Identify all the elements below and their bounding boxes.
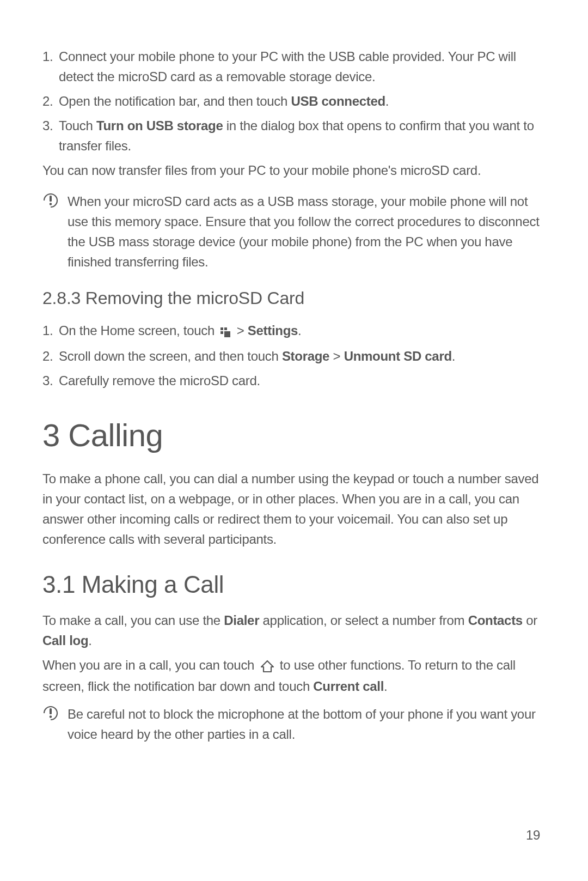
remove-step-2: 2. Scroll down the screen, and then touc…: [42, 346, 546, 366]
svg-rect-6: [50, 708, 52, 714]
apps-grid-icon: [220, 321, 231, 342]
section-heading-31: 3.1 Making a Call: [42, 571, 546, 598]
caution-icon: [42, 704, 68, 744]
step-number: 1.: [42, 320, 59, 342]
section-heading-283: 2.8.3 Removing the microSD Card: [42, 288, 546, 308]
step-2: 2. Open the notification bar, and then t…: [42, 91, 546, 111]
step-text: Connect your mobile phone to your PC wit…: [59, 46, 546, 87]
text: When you are in a call, you can touch: [42, 658, 258, 672]
home-icon: [260, 656, 274, 676]
step-text: Carefully remove the microSD card.: [59, 370, 546, 391]
step-number: 2.: [42, 91, 59, 111]
page-number: 19: [526, 828, 540, 843]
text: .: [298, 323, 301, 338]
bold-text: Contacts: [468, 613, 523, 628]
text: >: [233, 323, 247, 338]
step-number: 3.: [42, 370, 59, 391]
svg-rect-4: [220, 331, 223, 334]
text: .: [452, 349, 455, 363]
bold-text: Unmount SD card: [344, 349, 452, 363]
note-block: When your microSD card acts as a USB mas…: [42, 191, 546, 272]
step-1: 1. Connect your mobile phone to your PC …: [42, 46, 546, 87]
note-text: When your microSD card acts as a USB mas…: [68, 191, 546, 272]
note-text: Be careful not to block the microphone a…: [68, 704, 546, 744]
text: Touch: [59, 118, 96, 133]
text: Open the notification bar, and then touc…: [59, 94, 291, 108]
svg-point-7: [50, 716, 52, 718]
calling-intro-paragraph: To make a phone call, you can dial a num…: [42, 469, 546, 549]
text: On the Home screen, touch: [59, 323, 218, 338]
svg-rect-5: [224, 331, 230, 337]
chapter-heading-3: 3 Calling: [42, 417, 546, 453]
text: application, or select a number from: [259, 613, 468, 628]
step-text: On the Home screen, touch > Settings.: [59, 320, 546, 342]
remove-step-1: 1. On the Home screen, touch > Settings.: [42, 320, 546, 342]
svg-rect-0: [50, 196, 52, 202]
transfer-paragraph: You can now transfer files from your PC …: [42, 160, 546, 180]
bold-text: Dialer: [224, 613, 259, 628]
step-text: Touch Turn on USB storage in the dialog …: [59, 116, 546, 156]
svg-rect-2: [220, 327, 223, 330]
step-number: 1.: [42, 46, 59, 87]
making-call-para-2: When you are in a call, you can touch to…: [42, 655, 546, 696]
step-number: 3.: [42, 116, 59, 156]
svg-rect-3: [224, 327, 227, 330]
making-call-para-1: To make a call, you can use the Dialer a…: [42, 610, 546, 651]
text: .: [385, 94, 389, 108]
text: >: [329, 349, 344, 363]
svg-point-1: [50, 203, 52, 205]
bold-text: Current call: [313, 679, 384, 694]
note-block: Be careful not to block the microphone a…: [42, 704, 546, 744]
step-text: Open the notification bar, and then touc…: [59, 91, 546, 111]
text: or: [523, 613, 537, 628]
text: .: [88, 633, 91, 648]
text: .: [384, 679, 387, 694]
step-number: 2.: [42, 346, 59, 366]
text: To make a call, you can use the: [42, 613, 224, 628]
bold-text: USB connected: [291, 94, 385, 108]
caution-icon: [42, 191, 68, 272]
bold-text: Settings: [248, 323, 298, 338]
step-text: Scroll down the screen, and then touch S…: [59, 346, 546, 366]
remove-step-3: 3. Carefully remove the microSD card.: [42, 370, 546, 391]
bold-text: Turn on USB storage: [96, 118, 223, 133]
bold-text: Storage: [282, 349, 329, 363]
step-3: 3. Touch Turn on USB storage in the dial…: [42, 116, 546, 156]
bold-text: Call log: [42, 633, 88, 648]
text: Scroll down the screen, and then touch: [59, 349, 282, 363]
